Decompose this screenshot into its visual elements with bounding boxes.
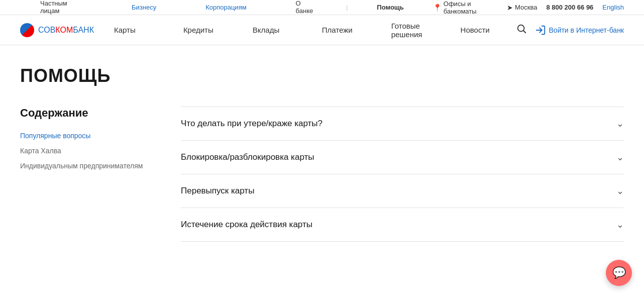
svg-line-1 xyxy=(523,31,525,33)
nav-link-payments[interactable]: Платежи xyxy=(322,26,377,34)
search-button[interactable] xyxy=(516,23,527,37)
faq-header-1[interactable]: Блокировка/разблокировка карты ⌄ xyxy=(181,152,624,163)
nav-link-news[interactable]: Новости xyxy=(461,26,516,34)
faq-question-0: Что делать при утере/краже карты? xyxy=(181,119,323,129)
topbar-city[interactable]: ➤ Москва xyxy=(507,4,537,12)
topbar-offices[interactable]: 📍 Офисы и банкоматы xyxy=(433,0,497,15)
nav-right: Войти в Интернет-банк xyxy=(516,23,624,37)
faq-question-2: Перевыпуск карты xyxy=(181,186,254,196)
nav-link-deposits[interactable]: Вклады xyxy=(253,26,308,34)
faq-header-2[interactable]: Перевыпуск карты ⌄ xyxy=(181,185,624,196)
topbar-link-about[interactable]: О банке xyxy=(276,0,337,15)
sidebar-item-individual[interactable]: Индивидуальным предпринимателям xyxy=(20,162,151,170)
city-label: Москва xyxy=(515,4,537,11)
topbar-language[interactable]: English xyxy=(602,4,624,11)
login-button[interactable]: Войти в Интернет-банк xyxy=(535,25,624,36)
nav-link-solutions[interactable]: Готовые решения xyxy=(391,22,447,39)
topbar-separator: | xyxy=(346,4,348,11)
location-icon: 📍 xyxy=(433,4,442,12)
faq-question-3: Истечение срока действия карты xyxy=(181,220,312,230)
sidebar-item-popular[interactable]: Популярные вопросы xyxy=(20,132,151,140)
nav-link-credits[interactable]: Кредиты xyxy=(183,26,239,34)
topbar-help-link[interactable]: Помощь xyxy=(357,0,423,15)
faq-item-1: Блокировка/разблокировка карты ⌄ xyxy=(181,141,624,174)
faq-header-3[interactable]: Истечение срока действия карты ⌄ xyxy=(181,219,624,230)
faq-item-0: Что делать при утере/краже карты? ⌄ xyxy=(181,107,624,141)
top-bar: Частным лицам Бизнесу Корпорациям О банк… xyxy=(0,0,644,15)
svg-point-0 xyxy=(517,25,524,32)
faq-item-2: Перевыпуск карты ⌄ xyxy=(181,174,624,208)
chevron-down-icon-1: ⌄ xyxy=(616,152,624,163)
topbar-link-private[interactable]: Частным лицам xyxy=(20,0,102,15)
sidebar-item-halva[interactable]: Карта Халва xyxy=(20,147,151,155)
send-icon: ➤ xyxy=(507,4,513,12)
login-label: Войти в Интернет-банк xyxy=(549,26,624,34)
page-content: ПОМОЩЬ Содержание Популярные вопросы Кар… xyxy=(0,45,644,262)
faq-header-0[interactable]: Что делать при утере/краже карты? ⌄ xyxy=(181,118,624,129)
page-title: ПОМОЩЬ xyxy=(20,65,624,86)
faq-section: Что делать при утере/краже карты? ⌄ Блок… xyxy=(181,107,624,242)
faq-item-3: Истечение срока действия карты ⌄ xyxy=(181,208,624,242)
topbar-phone[interactable]: 8 800 200 66 96 xyxy=(546,4,593,11)
search-icon xyxy=(516,23,527,34)
logo-circle-icon xyxy=(20,23,34,37)
topbar-offices-label: Офисы и банкоматы xyxy=(444,0,497,15)
nav-link-cards[interactable]: Карты xyxy=(114,26,169,34)
topbar-link-corp[interactable]: Корпорациям xyxy=(185,0,266,15)
top-bar-left: Частным лицам Бизнесу Корпорациям О банк… xyxy=(20,0,497,15)
logo-bank: БАНК xyxy=(73,26,94,34)
sidebar: Содержание Популярные вопросы Карта Халв… xyxy=(20,107,151,242)
login-icon xyxy=(535,25,546,36)
logo-sov: СОВ xyxy=(38,26,55,34)
logo[interactable]: СОВКОМБАНК xyxy=(20,23,94,37)
content-area: Содержание Популярные вопросы Карта Халв… xyxy=(20,107,624,242)
chevron-down-icon-3: ⌄ xyxy=(616,219,624,230)
chevron-down-icon-0: ⌄ xyxy=(616,118,624,129)
top-bar-right: ➤ Москва 8 800 200 66 96 English xyxy=(507,4,624,12)
chevron-down-icon-2: ⌄ xyxy=(616,185,624,196)
sidebar-links: Популярные вопросы Карта Халва Индивидуа… xyxy=(20,132,151,170)
main-nav: СОВКОМБАНК Карты Кредиты Вклады Платежи … xyxy=(0,15,644,45)
logo-kom: КОМ xyxy=(55,26,73,34)
topbar-link-business[interactable]: Бизнесу xyxy=(112,0,176,15)
faq-question-1: Блокировка/разблокировка карты xyxy=(181,152,314,162)
nav-links: Карты Кредиты Вклады Платежи Готовые реш… xyxy=(114,22,516,39)
logo-text: СОВКОМБАНК xyxy=(38,26,94,35)
sidebar-title: Содержание xyxy=(20,107,151,120)
